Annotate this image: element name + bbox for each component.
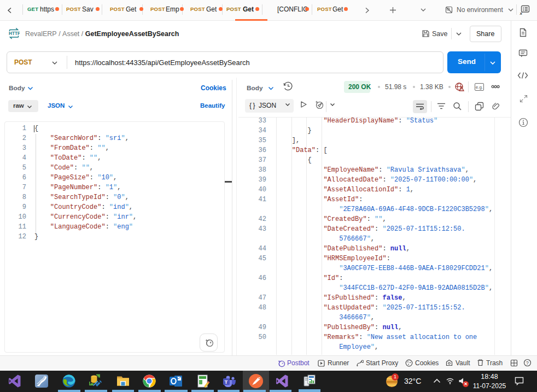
- svg-text:x: x: [520, 11, 523, 15]
- svg-text:HTTP: HTTP: [9, 31, 20, 36]
- svg-text:T: T: [225, 379, 228, 385]
- svg-text:?: ?: [526, 360, 529, 366]
